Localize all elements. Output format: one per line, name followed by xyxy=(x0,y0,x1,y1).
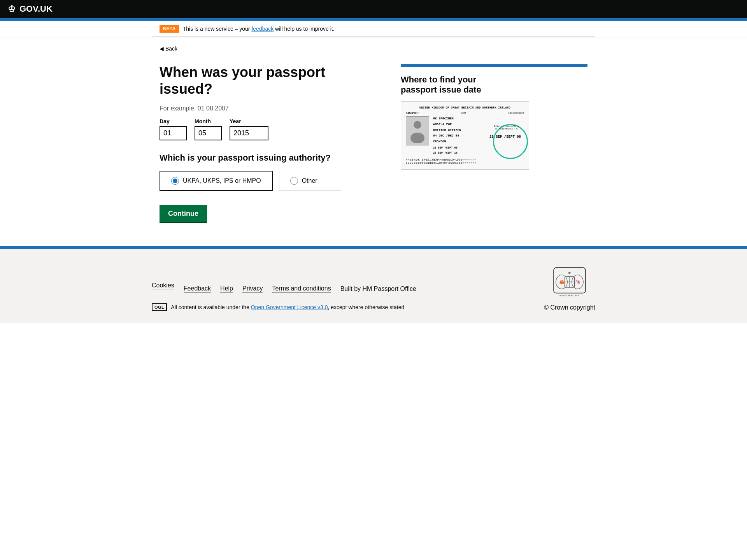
footer-left: Cookies Feedback Help Privacy Terms and … xyxy=(152,282,416,311)
back-arrow: ◀ xyxy=(160,46,164,52)
sidebar-blue-bar xyxy=(401,64,587,67)
passport-type-label: PASSPORT xyxy=(406,112,419,115)
month-label: Month xyxy=(195,118,222,124)
radio-ukpa-label: UKPA, UKPS, IPS or HMPO xyxy=(183,177,261,184)
radio-other-input[interactable] xyxy=(290,177,298,185)
passport-photo xyxy=(406,116,429,145)
svg-text:🦀: 🦀 xyxy=(559,279,565,285)
radio-group: UKPA, UKPS, IPS or HMPO Other xyxy=(160,171,377,191)
footer-link-terms[interactable]: Terms and conditions xyxy=(272,285,331,292)
gov-header: ♔ GOV.UK xyxy=(0,0,747,18)
passport-specimen: UNITED KINGDOM OF GREAT BRITAIN AND NORT… xyxy=(401,101,529,170)
feedback-link[interactable]: feedback xyxy=(251,26,274,32)
ogl-link[interactable]: Open Government Licence v3.0 xyxy=(251,304,328,310)
continue-button[interactable]: Continue xyxy=(160,205,207,222)
date-issue-value: 28 SEP /SEPT 08 xyxy=(489,135,521,139)
footer-built-by: Built by HM Passport Office xyxy=(340,285,416,292)
footer-right: ♔ 🦀 🦄 DIEU ET MON DROIT © Crown copyrigh… xyxy=(544,264,595,311)
passport-photo-silhouette xyxy=(410,119,425,143)
footer: Cookies Feedback Help Privacy Terms and … xyxy=(0,249,747,323)
passport-mrz-2: 5333800068GBR8812049F2509286<<<<<<< xyxy=(406,161,524,164)
svg-text:🦄: 🦄 xyxy=(575,279,581,285)
gov-uk-text: GOV.UK xyxy=(19,4,53,14)
crown-logo: ♔ 🦀 🦄 DIEU ET MON DROIT xyxy=(544,264,595,301)
back-link[interactable]: ◀ Back xyxy=(160,46,177,52)
crown-copyright: © Crown copyright xyxy=(544,304,595,311)
footer-link-help[interactable]: Help xyxy=(220,285,233,292)
ogl-text-after: , except where otherwise stated xyxy=(328,304,404,310)
ogl-row: OGL All content is available under the O… xyxy=(152,303,416,311)
passport-country: GBR xyxy=(461,112,466,115)
passport-mrz: P<GBRUK SPECIMEN<<ANGELA<ZOE<<<<<<< 5333… xyxy=(406,158,524,164)
year-field-group: Year xyxy=(230,118,268,140)
beta-text-after: will help us to improve it. xyxy=(274,26,334,32)
svg-point-0 xyxy=(414,121,421,129)
radio-ukpa-input[interactable] xyxy=(171,177,179,185)
passport-number: 5333380006 xyxy=(508,112,524,115)
footer-link-privacy[interactable]: Privacy xyxy=(242,285,263,292)
radio-ukpa-option[interactable]: UKPA, UKPS, IPS or HMPO xyxy=(160,171,273,191)
footer-link-cookies[interactable]: Cookies xyxy=(152,282,174,289)
radio-other-option[interactable]: Other xyxy=(279,171,341,191)
radio-other-label: Other xyxy=(302,177,317,184)
passport-mrz-1: P<GBRUK SPECIMEN<<ANGELA<ZOE<<<<<<< xyxy=(406,158,524,161)
month-field-group: Month xyxy=(195,118,222,140)
crown-coat-of-arms: ♔ 🦀 🦄 DIEU ET MON DROIT xyxy=(550,264,589,299)
form-section: When was your passport issued? For examp… xyxy=(160,64,377,222)
ogl-badge: OGL xyxy=(152,303,167,311)
date-fields: Day Month Year xyxy=(160,118,377,140)
date-hint: For example, 01 08 2007 xyxy=(160,105,377,112)
date-issue-label: Date of issue/Date de delivrance (7) xyxy=(493,125,520,130)
beta-text-before: This is a new service – your xyxy=(183,26,252,32)
ogl-text: All content is available under the Open … xyxy=(171,304,404,310)
sidebar-title: Where to find your passport issue date xyxy=(401,75,587,95)
day-input[interactable] xyxy=(160,126,187,140)
main: ◀ Back When was your passport issued? Fo… xyxy=(0,37,747,246)
header-blue-bar xyxy=(0,18,747,21)
year-label: Year xyxy=(230,118,268,124)
beta-banner-wrapper: BETA This is a new service – your feedba… xyxy=(0,21,747,37)
svg-point-1 xyxy=(410,133,424,143)
footer-inner: Cookies Feedback Help Privacy Terms and … xyxy=(152,264,595,311)
crown-icon: ♔ xyxy=(8,4,16,14)
passport-expiry-field: 28 SEP /SEPT 08 xyxy=(433,146,458,150)
page-title: When was your passport issued? xyxy=(160,64,377,97)
footer-blue-bar xyxy=(0,246,747,249)
day-field-group: Day xyxy=(160,118,187,140)
day-label: Day xyxy=(160,118,187,124)
ogl-text-before: All content is available under the xyxy=(171,304,251,310)
beta-banner: BETA This is a new service – your feedba… xyxy=(152,21,595,37)
sidebar: Where to find your passport issue date U… xyxy=(401,64,587,170)
issuing-authority-label: Which is your passport issuing authority… xyxy=(160,153,377,163)
beta-banner-text: This is a new service – your feedback wi… xyxy=(183,26,335,32)
month-input[interactable] xyxy=(195,126,222,140)
back-label: Back xyxy=(165,46,177,52)
footer-link-feedback[interactable]: Feedback xyxy=(184,285,211,292)
svg-text:DIEU ET MON DROIT: DIEU ET MON DROIT xyxy=(559,294,581,297)
svg-text:♔: ♔ xyxy=(568,271,571,275)
gov-uk-logo[interactable]: ♔ GOV.UK xyxy=(8,4,53,14)
year-input[interactable] xyxy=(230,126,268,140)
beta-tag: BETA xyxy=(160,25,179,33)
passport-surname-field: UK SPECIMEN xyxy=(433,116,524,121)
passport-country-header: UNITED KINGDOM OF GREAT BRITAIN AND NORT… xyxy=(406,106,524,109)
